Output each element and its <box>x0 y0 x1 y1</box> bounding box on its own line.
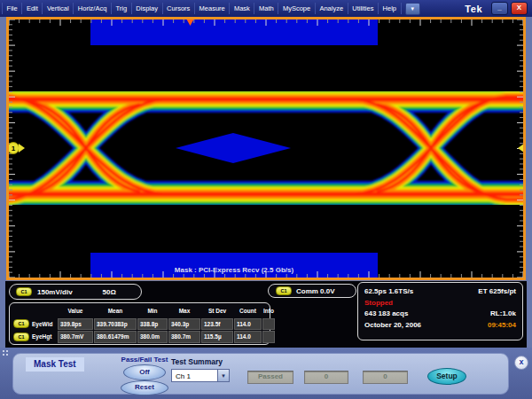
eyehgt-mean: 380.61479m <box>94 331 137 343</box>
menu-bar: File Edit Vertical Horiz/Acq Trig Displa… <box>0 0 532 17</box>
hits-field-2: 0 <box>363 371 408 384</box>
eyewid-max: 340.3p <box>168 318 200 331</box>
ch1-impedance: 50Ω <box>103 288 116 296</box>
eyehgt-count: 114.0 <box>234 331 262 343</box>
setup-button[interactable]: Setup <box>427 368 466 385</box>
menu-cursors[interactable]: Cursors <box>163 3 195 14</box>
eyehgt-stdev: 115.5µ <box>201 331 233 343</box>
col-header-min: Min <box>137 305 168 317</box>
menu-mask[interactable]: Mask <box>230 3 254 14</box>
menu-utilities[interactable]: Utilities <box>348 3 379 14</box>
mask-test-panel: Mask Test Pass/Fail Test Off Reset Test … <box>12 353 509 395</box>
mask-name-label: Mask : PCI-Express Recv (2.5 Gb/s) <box>175 266 294 274</box>
menu-horiz-acq[interactable]: Horiz/Acq <box>74 3 112 14</box>
menu-edit[interactable]: Edit <box>22 3 43 14</box>
eyewid-mean: 339.70383p <box>94 318 137 331</box>
eyewid-stdev: 123.5f <box>201 318 233 331</box>
passfail-off-button[interactable]: Off <box>123 364 166 380</box>
col-header-value: Value <box>58 305 93 317</box>
chevron-down-icon: ▼ <box>410 6 415 12</box>
menu-math[interactable]: Math <box>254 3 278 14</box>
measurement-table: Value Mean Min Max St Dev Count Info C1 … <box>9 302 270 345</box>
status-strip: C1 150mV/div 50Ω C1 Comm 0.0V 62.5ps 1.6… <box>5 281 527 348</box>
channel1-badge: C1 <box>276 286 292 295</box>
menu-help[interactable]: Help <box>379 3 402 14</box>
menu-myscope[interactable]: MyScope <box>278 3 315 14</box>
menu-vertical[interactable]: Vertical <box>43 3 74 14</box>
menu-file[interactable]: File <box>2 3 22 14</box>
col-header-stdev: St Dev <box>201 305 233 317</box>
test-summary-label: Test Summary <box>171 357 223 366</box>
close-icon: x <box>519 357 523 366</box>
col-header-max: Max <box>168 305 200 317</box>
et-resolution: ET 625fs/pt <box>478 287 516 295</box>
waveform-display: Mask : PCI-Express Recv (2.5 Gb/s) 1 <box>6 17 526 280</box>
eyewid-min: 338.8p <box>137 318 168 331</box>
channel-select-dropdown-button[interactable]: ▼ <box>217 369 230 382</box>
minimize-icon: _ <box>497 4 501 12</box>
date-readout: October 20, 2006 <box>364 321 421 329</box>
table-row-label: C1 EyeWid <box>12 318 57 331</box>
eyewid-info <box>262 318 275 331</box>
eyehgt-info <box>262 331 275 343</box>
col-header-info: Info <box>262 305 275 317</box>
menu-analyze[interactable]: Analyze <box>316 3 348 14</box>
channel1-badge: C1 <box>13 332 29 341</box>
tek-logo: Tek <box>465 4 491 14</box>
ch1-scale-readout: C1 150mV/div 50Ω <box>9 284 142 300</box>
mask-test-dock: Mask Test Pass/Fail Test Off Reset Test … <box>0 348 532 399</box>
menu-trig[interactable]: Trig <box>112 3 132 14</box>
ch1-common-value: Comm 0.0V <box>296 287 335 295</box>
eyehgt-max: 380.7m <box>168 331 200 343</box>
ch1-volts-per-div: 150mV/div <box>37 288 73 296</box>
panel-close-button[interactable]: x <box>514 356 528 370</box>
acquisition-state: Stopped <box>364 299 393 307</box>
col-header-mean: Mean <box>94 305 137 317</box>
channel-select[interactable]: Ch 1 <box>171 369 217 382</box>
acquisition-count: 643 183 acqs <box>364 309 408 317</box>
acquisition-readout: 62.5ps 1.6TS/s ET 625fs/pt Stopped 643 1… <box>357 282 523 340</box>
window-close-button[interactable]: X <box>511 2 528 15</box>
close-icon: X <box>517 4 521 12</box>
menu-measure[interactable]: Measure <box>195 3 230 14</box>
channel1-badge: C1 <box>13 319 29 328</box>
eyehgt-min: 380.0m <box>137 331 168 343</box>
eyewid-count: 114.0 <box>234 318 262 331</box>
chevron-down-icon: ▼ <box>221 373 226 379</box>
test-result-field: Passed <box>247 371 293 384</box>
minimize-button[interactable]: _ <box>491 2 508 15</box>
table-row-label: C1 EyeHgt <box>12 331 57 343</box>
record-length: RL:1.0k <box>490 309 516 317</box>
passfail-reset-button[interactable]: Reset <box>121 380 168 395</box>
eyewid-value: 339.8ps <box>58 318 93 331</box>
ch1-common-readout: C1 Comm 0.0V <box>268 284 356 298</box>
time-readout: 09:45:04 <box>488 321 516 329</box>
menu-overflow-button[interactable]: ▼ <box>405 3 420 15</box>
eyehgt-value: 380.7mV <box>58 331 93 343</box>
svg-text:1: 1 <box>12 145 16 153</box>
panel-grip-handle[interactable] <box>2 349 9 358</box>
mask-region-top <box>90 19 378 45</box>
hits-field-1: 0 <box>304 371 348 384</box>
channel1-badge: C1 <box>16 287 32 296</box>
menu-display[interactable]: Display <box>132 3 163 14</box>
panel-title: Mask Test <box>26 357 84 372</box>
col-header-count: Count <box>234 305 262 317</box>
timebase-samplerate: 62.5ps 1.6TS/s <box>364 287 413 295</box>
